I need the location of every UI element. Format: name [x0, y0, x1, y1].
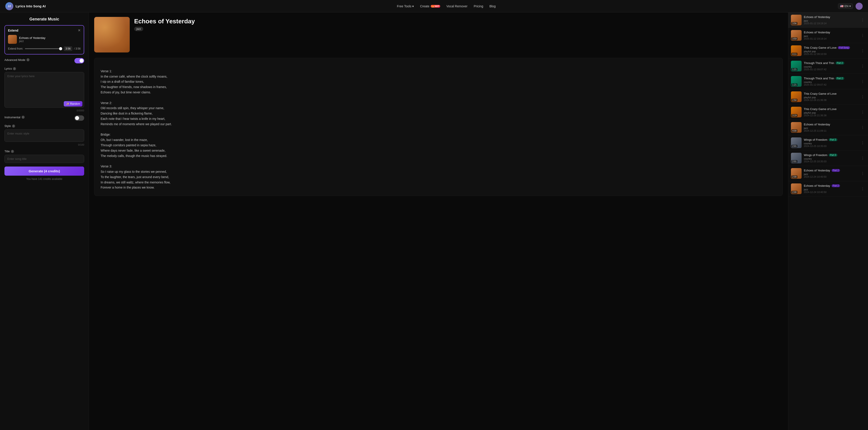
extend-close-button[interactable]: ✕ [78, 29, 81, 32]
title-info-icon[interactable]: i [11, 150, 14, 153]
track-menu-button[interactable]: ⋮ [860, 155, 865, 161]
track-thumbnail: 2:01 [791, 153, 802, 164]
track-badge: Part 3 [829, 138, 837, 141]
style-input[interactable] [4, 130, 84, 142]
track-list-item[interactable]: 3:56Echoes of Yesterdayjazz2025-01-12 19… [788, 12, 868, 28]
advanced-mode-label: Advanced Mode [4, 58, 25, 62]
track-menu-button[interactable]: ⋮ [860, 94, 865, 100]
track-list-item[interactable]: 2:01Wings of FreedomPart 3country2024-12… [788, 150, 868, 166]
flag-icon: 🇺🇸 [840, 4, 843, 8]
track-list-item[interactable]: 2:00Echoes of YesterdayPart 2jazz2024-12… [788, 181, 868, 197]
instrumental-toggle[interactable] [74, 115, 84, 121]
track-time-badge: 1:21 [792, 83, 797, 86]
extend-time-value: 3:56 [64, 47, 72, 51]
track-list-item[interactable]: 3:19This Crazy Game of Loveplayfulpop202… [788, 105, 868, 120]
track-list-item[interactable]: 2:50This Crazy Game of Loveplayfulpop202… [788, 89, 868, 105]
instrumental-info-icon[interactable]: i [22, 116, 25, 119]
track-thumbnail: 2:00 [791, 183, 802, 194]
user-avatar[interactable] [856, 3, 863, 10]
lang-selector[interactable]: 🇺🇸 EN ▾ [838, 3, 853, 9]
track-info: This Crazy Game of Loveplayfulpop2024-12… [804, 92, 858, 102]
track-info: This Crazy Game of LoveFull Songplayfulp… [804, 46, 858, 55]
nav-create[interactable]: Create 🔥 HOT [420, 4, 440, 8]
nav-vocal-remover[interactable]: Vocal Remover [446, 4, 468, 8]
track-time-badge: 1:21 [792, 68, 797, 71]
nav-free-tools[interactable]: Free Tools ▾ [397, 4, 414, 8]
random-button[interactable]: ✨ Random [64, 101, 83, 107]
track-name-row: Wings of FreedomPart 3 [804, 138, 858, 141]
track-name: Wings of Freedom [804, 138, 827, 141]
track-time-badge: 3:59 [792, 37, 797, 40]
logo[interactable]: JJ Lyrics Into Song AI [5, 2, 46, 10]
extend-song-item: Echoes of Yesterday jazz [8, 35, 81, 44]
title-label: Title [4, 150, 10, 153]
track-menu-button[interactable]: ⋮ [860, 32, 865, 38]
track-name: Through Thick and Thin [804, 61, 834, 65]
track-tags: playfulpop [804, 96, 858, 99]
track-name-row: Through Thick and ThinPart 2 [804, 77, 858, 80]
track-menu-button[interactable]: ⋮ [860, 79, 865, 85]
track-tag: pop [812, 111, 816, 114]
track-thumbnail: 3:56 [791, 15, 802, 25]
track-tag: jazz [804, 188, 808, 191]
track-thumbnail: 2:01 [791, 137, 802, 148]
track-menu-button[interactable]: ⋮ [860, 109, 865, 115]
track-info: Through Thick and ThinPart 2country2025-… [804, 61, 858, 71]
track-menu-button[interactable]: ⋮ [860, 186, 865, 192]
advanced-mode-info-icon[interactable]: i [26, 58, 30, 61]
style-info-icon[interactable]: i [12, 124, 15, 127]
extend-song-thumbnail [8, 35, 17, 44]
track-list-item[interactable]: 2:01Wings of FreedomPart 3country2024-12… [788, 135, 868, 150]
track-list-item[interactable]: 2:00Echoes of YesterdayPart 2jazz2024-12… [788, 166, 868, 181]
lyrics-section: Lyrics i ✨ Random 0/3000 [4, 67, 84, 112]
track-name: Echoes of Yesterday [804, 31, 830, 34]
track-list-item[interactable]: 4:00Echoes of Yesterdayjazz2024-12-25 11… [788, 120, 868, 135]
track-list-item[interactable]: 4:11This Crazy Game of LoveFull Songplay… [788, 43, 868, 58]
track-menu-button[interactable]: ⋮ [860, 48, 865, 54]
track-tag: country [804, 157, 812, 160]
track-list-item[interactable]: 1:21Through Thick and ThinPart 2country2… [788, 58, 868, 74]
track-menu-button[interactable]: ⋮ [860, 63, 865, 69]
track-date: 2025-01-12 09:07:42 [804, 68, 858, 71]
track-menu-button[interactable]: ⋮ [860, 171, 865, 176]
track-list-item[interactable]: 3:59Echoes of Yesterdayjazz2025-01-12 19… [788, 28, 868, 43]
track-name: This Crazy Game of Love [804, 107, 836, 111]
lyrics-char-count: 0/3000 [4, 109, 84, 112]
advanced-mode-toggle[interactable] [74, 58, 84, 63]
track-name-row: Wings of FreedomPart 3 [804, 153, 858, 157]
title-section: Title i [4, 150, 84, 163]
instrumental-row: Instrumental i [4, 115, 84, 121]
track-menu-button[interactable]: ⋮ [860, 140, 865, 146]
track-info: Echoes of Yesterdayjazz2024-12-25 11:09:… [804, 123, 858, 132]
track-time-badge: 3:56 [792, 22, 797, 25]
chevron-down-icon: ▾ [849, 4, 851, 8]
generate-button[interactable]: Generate (4 credits) [4, 167, 84, 176]
track-name-row: This Crazy Game of Love [804, 92, 858, 95]
track-date: 2024-12-26 21:36:38 [804, 114, 858, 117]
lyrics-info-icon[interactable]: i [13, 67, 16, 70]
instrumental-label: Instrumental [4, 116, 21, 119]
track-menu-button[interactable]: ⋮ [860, 124, 865, 131]
track-tag: jazz [804, 173, 808, 175]
track-tag: pop [812, 50, 816, 53]
track-info: Through Thick and ThinPart 2country2025-… [804, 77, 858, 86]
track-thumbnail: 2:50 [791, 91, 802, 102]
center-panel: Echoes of Yesterday jazz Verse 1: In the… [89, 12, 788, 430]
track-time-badge: 4:11 [792, 53, 797, 56]
nav-pricing[interactable]: Pricing [474, 4, 483, 8]
track-thumbnail: 3:59 [791, 30, 802, 41]
style-label: Style [4, 124, 11, 127]
track-list-item[interactable]: 1:21Through Thick and ThinPart 2country2… [788, 74, 868, 89]
track-date: 2024-12-26 21:36:38 [804, 99, 858, 102]
extend-slider[interactable] [25, 48, 62, 49]
genre-badge: jazz [134, 27, 143, 31]
title-input[interactable] [4, 155, 84, 163]
track-info: This Crazy Game of Loveplayfulpop2024-12… [804, 107, 858, 117]
track-tag: country [804, 65, 812, 68]
track-menu-button[interactable]: ⋮ [860, 17, 865, 23]
track-name-row: This Crazy Game of Love [804, 107, 858, 111]
nav-blog[interactable]: Blog [489, 4, 496, 8]
track-tag: playful [804, 50, 811, 53]
track-time-badge: 2:00 [792, 191, 797, 194]
extend-time-total: / 3:56 [74, 47, 81, 50]
